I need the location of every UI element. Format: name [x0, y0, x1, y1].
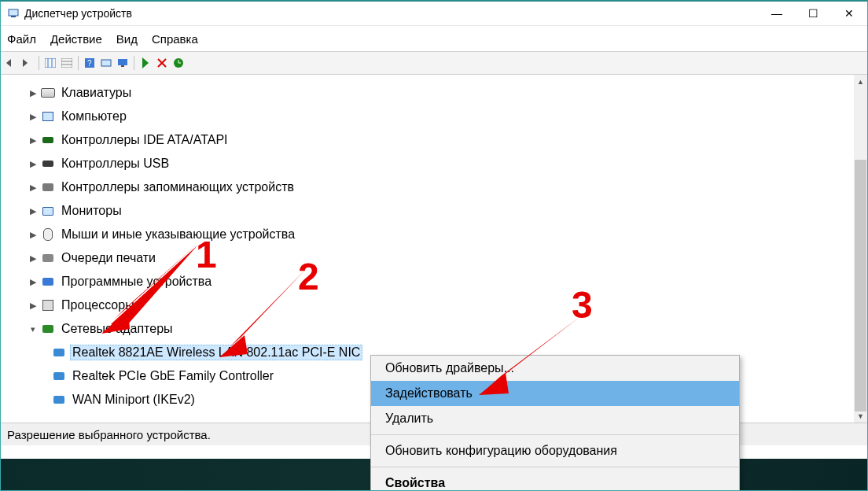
tree-node-printqueues[interactable]: ▶ Очереди печати	[9, 246, 867, 270]
cpu-icon	[40, 298, 56, 312]
tree-node-computer[interactable]: ▶ Компьютер	[9, 105, 867, 128]
tree-label: Контроллеры запоминающих устройств	[59, 180, 296, 194]
chevron-right-icon[interactable]: ▶	[26, 112, 40, 122]
tree-label: Мыши и иные указывающие устройства	[59, 227, 297, 242]
tree-label: Компьютер	[59, 109, 129, 124]
app-icon	[7, 7, 20, 20]
svg-rect-2	[45, 58, 56, 68]
ctx-delete[interactable]: Удалить	[371, 406, 739, 431]
software-icon	[40, 275, 56, 289]
keyboard-icon	[40, 86, 56, 100]
maximize-button[interactable]: ☐	[795, 2, 831, 25]
svg-rect-10	[101, 60, 111, 66]
svg-rect-12	[121, 65, 124, 67]
ctx-scan-hardware[interactable]: Обновить конфигурацию оборудования	[371, 438, 739, 463]
svg-rect-0	[9, 9, 18, 16]
tree-node-software[interactable]: ▶ Программные устройства	[9, 270, 867, 293]
chevron-right-icon[interactable]: ▶	[26, 135, 40, 146]
tree-label: Мониторы	[59, 204, 124, 218]
chevron-right-icon[interactable]: ▶	[26, 277, 40, 287]
tree-node-usb[interactable]: ▶ Контроллеры USB	[9, 152, 867, 175]
usb-icon	[40, 157, 56, 171]
ctx-enable[interactable]: Задействовать	[371, 381, 739, 406]
tree-label: Realtek 8821AE Wireless LAN 802.11ac PCI…	[70, 345, 362, 360]
menu-separator	[371, 434, 739, 435]
nic-icon	[51, 393, 67, 407]
window-title: Диспетчер устройств	[24, 7, 132, 20]
ctx-properties[interactable]: Свойства	[371, 471, 739, 491]
menu-action[interactable]: Действие	[50, 32, 102, 46]
tree-label: Контроллеры USB	[59, 157, 171, 171]
tree-node-mice[interactable]: ▶ Мыши и иные указывающие устройства	[9, 223, 867, 246]
tree-node-netadapters[interactable]: ▾ Сетевые адаптеры	[9, 317, 867, 341]
view-details-button[interactable]	[60, 56, 74, 70]
refresh-button[interactable]	[171, 56, 186, 70]
chevron-right-icon[interactable]: ▶	[26, 301, 40, 311]
scan-button[interactable]	[99, 56, 113, 70]
tree-node-keyboards[interactable]: ▶ Клавиатуры	[9, 81, 867, 105]
controller-icon	[40, 133, 56, 147]
tree-node-storage[interactable]: ▶ Контроллеры запоминающих устройств	[9, 175, 867, 199]
menu-separator	[371, 467, 739, 467]
monitor-button[interactable]	[116, 56, 130, 70]
chevron-right-icon[interactable]: ▶	[26, 159, 40, 169]
back-button[interactable]	[4, 56, 18, 70]
tree-node-cpu[interactable]: ▶ Процессоры	[9, 293, 867, 317]
svg-text:?: ?	[87, 59, 92, 68]
nic-icon	[51, 345, 67, 360]
tree-node-monitors[interactable]: ▶ Мониторы	[9, 199, 867, 223]
chevron-right-icon[interactable]: ▶	[26, 206, 40, 216]
tree-label: WAN Miniport (IKEv2)	[70, 393, 197, 407]
svg-rect-11	[118, 59, 127, 65]
chevron-down-icon[interactable]: ▾	[26, 324, 40, 334]
tree-label: Realtek PCIe GbE Family Controller	[70, 369, 276, 383]
ctx-update-drivers[interactable]: Обновить драйверы...	[371, 356, 739, 381]
help-button[interactable]: ?	[83, 56, 97, 70]
tree-label: Контроллеры IDE ATA/ATAPI	[59, 133, 230, 147]
chevron-right-icon[interactable]: ▶	[26, 253, 40, 264]
svg-rect-5	[61, 58, 72, 68]
window-controls: — ☐ ✕	[759, 2, 867, 25]
svg-rect-1	[11, 16, 16, 17]
tree-node-ide[interactable]: ▶ Контроллеры IDE ATA/ATAPI	[9, 128, 867, 152]
window: Диспетчер устройств — ☐ ✕ Файл Действие …	[0, 0, 868, 491]
chevron-right-icon[interactable]: ▶	[26, 183, 40, 193]
tree-label: Программные устройства	[59, 275, 214, 289]
close-button[interactable]: ✕	[831, 2, 867, 25]
tree-label: Клавиатуры	[59, 86, 134, 100]
chevron-right-icon[interactable]: ▶	[26, 88, 40, 98]
forward-button[interactable]	[20, 56, 35, 70]
menu-file[interactable]: Файл	[7, 32, 36, 46]
toolbar: ?	[1, 51, 867, 75]
menu-help[interactable]: Справка	[152, 32, 198, 46]
computer-icon	[40, 109, 56, 124]
printer-icon	[40, 251, 56, 265]
monitor-icon	[40, 204, 56, 218]
toolbar-separator	[39, 56, 39, 70]
minimize-button[interactable]: —	[759, 2, 795, 25]
context-menu: Обновить драйверы... Задействовать Удали…	[370, 355, 740, 491]
tree-label: Очереди печати	[59, 251, 158, 265]
view-columns-button[interactable]	[43, 56, 57, 70]
menu-view[interactable]: Вид	[116, 32, 138, 46]
titlebar[interactable]: Диспетчер устройств — ☐ ✕	[1, 2, 867, 25]
nic-icon	[51, 369, 67, 383]
network-icon	[40, 322, 56, 336]
tree-label: Процессоры	[59, 298, 137, 312]
chevron-right-icon[interactable]: ▶	[26, 230, 40, 240]
tree-label: Сетевые адаптеры	[59, 322, 175, 336]
toolbar-separator	[78, 56, 79, 70]
scroll-up-icon[interactable]: ▲	[854, 75, 867, 88]
scrollbar-thumb[interactable]	[855, 160, 866, 412]
storage-icon	[40, 180, 56, 194]
status-text: Разрешение выбранного устройства.	[7, 428, 211, 441]
toolbar-separator	[134, 56, 134, 70]
enable-button[interactable]	[138, 56, 153, 70]
scroll-down-icon[interactable]: ▼	[854, 409, 867, 423]
vertical-scrollbar[interactable]: ▲ ▼	[854, 75, 867, 423]
mouse-icon	[40, 227, 56, 242]
disable-button[interactable]	[155, 56, 169, 70]
menubar: Файл Действие Вид Справка	[1, 25, 867, 51]
